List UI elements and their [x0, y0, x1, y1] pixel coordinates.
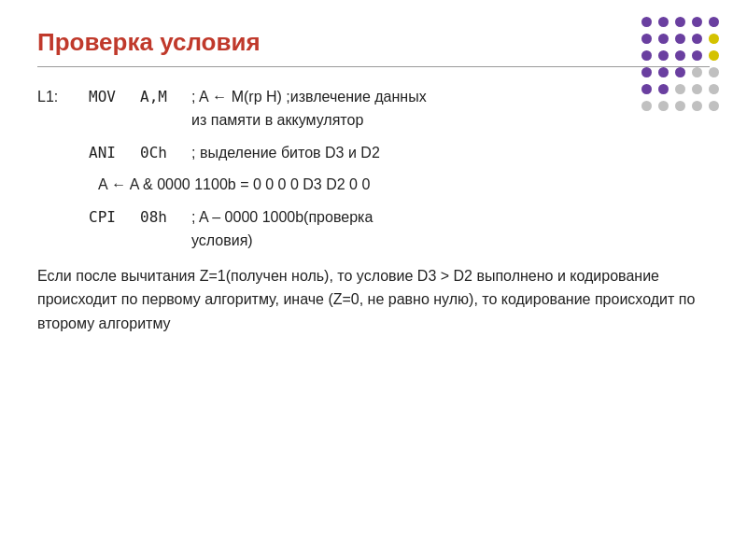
code-arg-am: A,M	[140, 84, 191, 134]
dot	[658, 67, 669, 77]
code-expr	[89, 172, 98, 199]
dot	[658, 101, 669, 111]
dot	[692, 17, 702, 27]
code-label-ani	[37, 140, 89, 167]
dot	[692, 84, 702, 94]
dot-row	[616, 67, 719, 77]
title-divider	[37, 66, 710, 67]
dot-row	[616, 34, 719, 44]
dot	[709, 101, 719, 111]
dot	[709, 84, 719, 94]
code-line-4: CPI 08h ; A – 0000 1000b(проверкаусловия…	[37, 204, 378, 255]
code-line-3: A ← A & 0000 1100b = 0 0 0 0 D3 D2 0 0	[37, 172, 375, 199]
dot	[675, 67, 685, 77]
page: Проверка условия L1: MOV A,M ; A ← M(rp …	[0, 0, 747, 560]
page-title: Проверка условия	[37, 28, 710, 57]
dot	[709, 50, 719, 61]
dot	[709, 34, 719, 44]
dot-row	[616, 17, 719, 27]
dot	[641, 84, 652, 94]
dot	[641, 34, 652, 44]
dot	[675, 50, 685, 61]
code-label-l1: L1:	[37, 84, 89, 134]
dot	[658, 34, 669, 44]
summary-text: Если после вычитания Z=1(получен ноль), …	[37, 264, 710, 336]
code-line-1: L1: MOV A,M ; A ← M(rp H) ;извлечение да…	[37, 84, 432, 134]
code-arg-0ch: 0Ch	[140, 140, 191, 167]
dot	[658, 17, 669, 27]
code-comment-ani: ; выделение битов D3 и D2	[191, 140, 386, 167]
dot-row	[616, 84, 719, 94]
dot	[692, 50, 702, 61]
code-line-2: ANI 0Ch ; выделение битов D3 и D2	[37, 140, 386, 167]
dot	[641, 17, 652, 27]
dot	[675, 84, 685, 94]
code-arg-08h: 08h	[140, 204, 191, 255]
dot	[692, 101, 702, 111]
dot	[641, 50, 652, 61]
dot	[675, 17, 685, 27]
code-label-cpi	[37, 204, 89, 255]
code-label-blank1	[37, 172, 89, 199]
dot	[692, 34, 702, 44]
code-cmd-ani: ANI	[89, 140, 140, 167]
code-comment-cpi: ; A – 0000 1000b(проверкаусловия)	[191, 204, 378, 255]
dot	[658, 84, 669, 94]
code-comment-mov: ; A ← M(rp H) ;извлечение данныхиз памят…	[191, 84, 432, 134]
code-cmd-mov: MOV	[89, 84, 140, 134]
code-content: L1: MOV A,M ; A ← M(rp H) ;извлечение да…	[37, 84, 710, 255]
dot-row	[616, 101, 719, 111]
dot	[675, 101, 685, 111]
dot	[709, 17, 719, 27]
code-comment-expr: A ← A & 0000 1100b = 0 0 0 0 D3 D2 0 0	[98, 172, 375, 199]
dot	[692, 67, 702, 77]
dot-row	[616, 50, 719, 61]
dot	[709, 67, 719, 77]
code-cmd-cpi: CPI	[89, 204, 140, 255]
dot	[658, 50, 669, 61]
dot	[675, 34, 685, 44]
dot-grid-decoration	[616, 17, 719, 119]
dot	[641, 67, 652, 77]
dot	[641, 101, 652, 111]
